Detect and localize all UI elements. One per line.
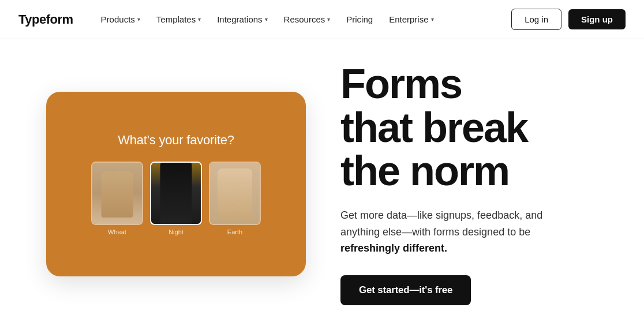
nav-resources[interactable]: Resources ▾ [277, 10, 338, 29]
navbar: Typeform Products ▾ Templates ▾ Integrat… [0, 0, 644, 39]
chevron-down-icon: ▾ [431, 16, 434, 23]
option-earth-image [209, 162, 261, 225]
chevron-down-icon: ▾ [265, 16, 268, 23]
nav-integrations[interactable]: Integrations ▾ [210, 10, 274, 29]
option-wheat: Wheat [91, 162, 143, 235]
logo[interactable]: Typeform [18, 12, 73, 27]
option-night-label: Night [169, 228, 184, 235]
nav-pricing[interactable]: Pricing [339, 10, 380, 29]
hero-headline: Forms that break the norm [340, 62, 609, 193]
hero-section: What's your favorite? Wheat Night Earth [0, 39, 644, 311]
option-night-bg [151, 163, 201, 224]
option-night: Night [150, 162, 202, 235]
option-wheat-bg [92, 163, 142, 224]
option-earth: Earth [209, 162, 261, 235]
hero-text: Forms that break the norm Get more data—… [340, 62, 609, 305]
option-wheat-image [91, 162, 143, 225]
chevron-down-icon: ▾ [327, 16, 330, 23]
chevron-down-icon: ▾ [198, 16, 201, 23]
chevron-down-icon: ▾ [137, 16, 140, 23]
option-night-image [150, 162, 202, 225]
nav-enterprise[interactable]: Enterprise ▾ [382, 10, 440, 29]
option-wheat-label: Wheat [108, 228, 126, 235]
card-options: Wheat Night Earth [91, 162, 261, 235]
hero-description: Get more data—like signups, feedback, an… [340, 207, 560, 257]
form-preview-card: What's your favorite? Wheat Night Earth [46, 92, 306, 276]
nav-actions: Log in Sign up [511, 9, 626, 30]
signup-button[interactable]: Sign up [568, 9, 626, 29]
option-earth-bg [210, 163, 260, 224]
nav-products[interactable]: Products ▾ [94, 10, 147, 29]
card-question: What's your favorite? [118, 133, 234, 148]
option-earth-label: Earth [227, 228, 242, 235]
nav-links: Products ▾ Templates ▾ Integrations ▾ Re… [94, 10, 512, 29]
cta-button[interactable]: Get started—it's free [340, 275, 471, 305]
nav-templates[interactable]: Templates ▾ [149, 10, 208, 29]
login-button[interactable]: Log in [511, 9, 561, 30]
